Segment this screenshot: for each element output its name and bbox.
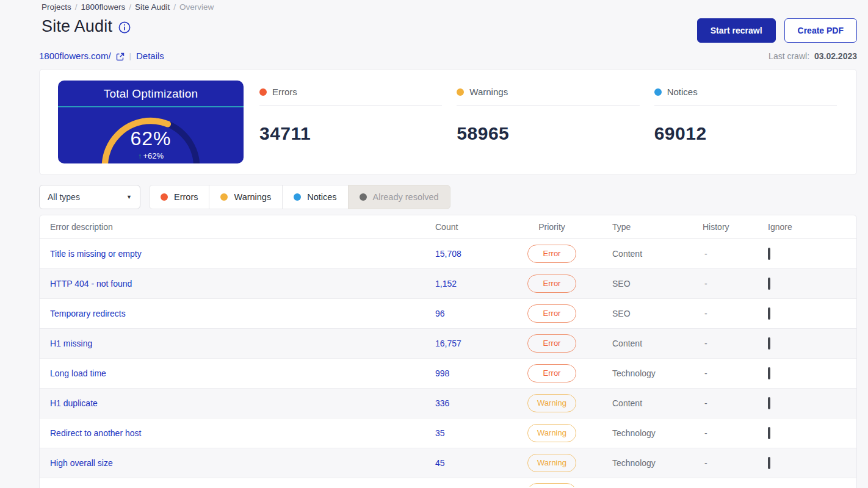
arrow-up-icon: ↑ xyxy=(138,151,142,160)
breadcrumb-site-audit[interactable]: Site Audit xyxy=(135,2,170,12)
gauge-delta: ↑+62% xyxy=(58,151,244,160)
error-description-link[interactable]: Long load time xyxy=(50,368,435,378)
create-pdf-button[interactable]: Create PDF xyxy=(784,18,857,43)
divider xyxy=(457,105,639,106)
priority-badge: Warning xyxy=(527,394,576,412)
chip-label: Errors xyxy=(174,192,198,202)
table-row: H1 duplicate 336 Warning Content - xyxy=(40,389,856,418)
breadcrumb-separator: / xyxy=(129,2,131,12)
stat-warnings: Warnings 58965 xyxy=(457,87,639,163)
errors-dot-icon xyxy=(259,88,267,96)
summary-card: Total Optimization 62% ↑+62% Errors xyxy=(39,69,857,175)
warnings-count: 58965 xyxy=(457,123,639,144)
ignore-checkbox[interactable] xyxy=(768,248,770,260)
ignore-checkbox[interactable] xyxy=(768,307,770,320)
gauge-value: 62% xyxy=(58,127,244,150)
history-cell: - xyxy=(703,368,759,378)
chip-label: Warnings xyxy=(234,192,271,202)
error-description-link[interactable]: H1 missing xyxy=(50,339,435,348)
history-cell: - xyxy=(703,458,759,468)
info-icon[interactable] xyxy=(118,21,131,34)
gauge-delta-value: +62% xyxy=(143,151,164,160)
errors-count: 34711 xyxy=(259,123,442,144)
table-row: Redirect to another host 35 Warning Tech… xyxy=(40,418,856,448)
breadcrumb-separator: / xyxy=(173,2,176,12)
type-cell: SEO xyxy=(595,279,703,289)
filter-chip-already-resolved[interactable]: Already resolved xyxy=(348,185,450,209)
priority-badge: Error xyxy=(527,334,576,353)
filter-row: All types ▼ Errors Warnings Notices Alre… xyxy=(39,185,857,209)
ignore-checkbox[interactable] xyxy=(768,457,770,469)
error-description-link[interactable]: Redirect to another host xyxy=(50,428,435,438)
count-link[interactable]: 998 xyxy=(435,368,508,378)
type-cell: Content xyxy=(595,398,703,408)
priority-badge: Warning xyxy=(527,454,576,472)
ignore-checkbox[interactable] xyxy=(768,337,770,350)
site-audit-page: Projects / 1800flowers / Site Audit / Ov… xyxy=(0,0,868,488)
history-cell: - xyxy=(703,309,759,318)
col-header-history: History xyxy=(703,222,759,232)
type-cell: Technology xyxy=(595,428,703,438)
ignore-checkbox[interactable] xyxy=(768,278,770,290)
history-cell: - xyxy=(703,398,759,408)
filter-chip-warnings[interactable]: Warnings xyxy=(209,185,283,209)
table-row: Temporary redirects 96 Error SEO - xyxy=(40,299,856,329)
table-row: H1 missing 16,757 Error Content - xyxy=(40,329,856,359)
last-crawl-label: Last crawl: xyxy=(769,51,809,61)
breadcrumb-projects[interactable]: Projects xyxy=(42,2,71,12)
filter-chip-notices[interactable]: Notices xyxy=(282,185,348,209)
count-link[interactable]: 45 xyxy=(435,458,508,468)
gauge-title: Total Optimization xyxy=(58,87,244,101)
table-row: Long load time 998 Error Technology - xyxy=(40,359,856,389)
count-link[interactable]: 15,708 xyxy=(435,249,508,259)
error-description-link[interactable]: Temporary redirects xyxy=(50,309,435,318)
type-filter-value: All types xyxy=(48,192,80,202)
stat-label-text: Errors xyxy=(272,87,297,97)
col-header-count: Count xyxy=(435,222,508,232)
ignore-checkbox[interactable] xyxy=(768,427,770,439)
priority-badge: Error xyxy=(527,364,576,382)
summary-stats: Errors 34711 Warnings 58965 Notices xyxy=(259,81,837,163)
ignore-checkbox[interactable] xyxy=(768,367,770,379)
col-header-description: Error description xyxy=(50,222,435,232)
error-description-link[interactable]: High overall size xyxy=(50,458,435,468)
external-link-icon[interactable] xyxy=(116,52,125,61)
breadcrumb-project[interactable]: 1800flowers xyxy=(81,2,126,12)
domain-link[interactable]: 1800flowers.com/ xyxy=(39,51,111,61)
count-link[interactable]: 1,152 xyxy=(435,279,508,289)
count-link[interactable]: 336 xyxy=(435,398,508,408)
details-link[interactable]: Details xyxy=(136,51,164,61)
divider xyxy=(259,105,442,106)
header-actions: Start recrawl Create PDF xyxy=(697,18,857,43)
type-filter-select[interactable]: All types ▼ xyxy=(39,185,140,209)
count-link[interactable]: 96 xyxy=(435,309,508,318)
col-header-ignore: Ignore xyxy=(759,222,856,232)
chevron-down-icon: ▼ xyxy=(126,194,132,200)
domain-row: 1800flowers.com/ | Details Last crawl: 0… xyxy=(39,51,857,61)
divider xyxy=(654,105,837,106)
table-row: HTTP 404 - not found 1,152 Error SEO - xyxy=(40,269,856,299)
start-recrawl-button[interactable]: Start recrawl xyxy=(697,18,776,43)
header-row: Site Audit Start recrawl Create PDF xyxy=(39,17,857,43)
table-row-partial: Warning xyxy=(40,478,856,487)
count-link[interactable]: 16,757 xyxy=(435,339,508,348)
ignore-checkbox[interactable] xyxy=(768,397,770,409)
error-description-link[interactable]: H1 duplicate xyxy=(50,398,435,408)
count-link[interactable]: 35 xyxy=(435,428,508,438)
warnings-dot-icon xyxy=(220,193,228,201)
total-optimization-gauge: Total Optimization 62% ↑+62% xyxy=(58,81,244,163)
priority-badge: Error xyxy=(527,304,576,323)
error-description-link[interactable]: HTTP 404 - not found xyxy=(50,279,435,289)
chip-label: Already resolved xyxy=(373,192,439,202)
priority-badge: Error xyxy=(527,245,576,263)
breadcrumb-current: Overview xyxy=(179,2,214,12)
priority-badge: Warning xyxy=(527,483,576,487)
last-crawl: Last crawl: 03.02.2023 xyxy=(769,51,857,61)
page-title: Site Audit xyxy=(42,17,131,36)
filter-chip-errors[interactable]: Errors xyxy=(149,185,209,209)
history-cell: - xyxy=(703,428,759,438)
col-header-type: Type xyxy=(595,222,703,232)
stat-notices: Notices 69012 xyxy=(654,87,837,163)
error-description-link[interactable]: Title is missing or empty xyxy=(50,249,435,259)
table-body: Title is missing or empty 15,708 Error C… xyxy=(40,239,856,478)
